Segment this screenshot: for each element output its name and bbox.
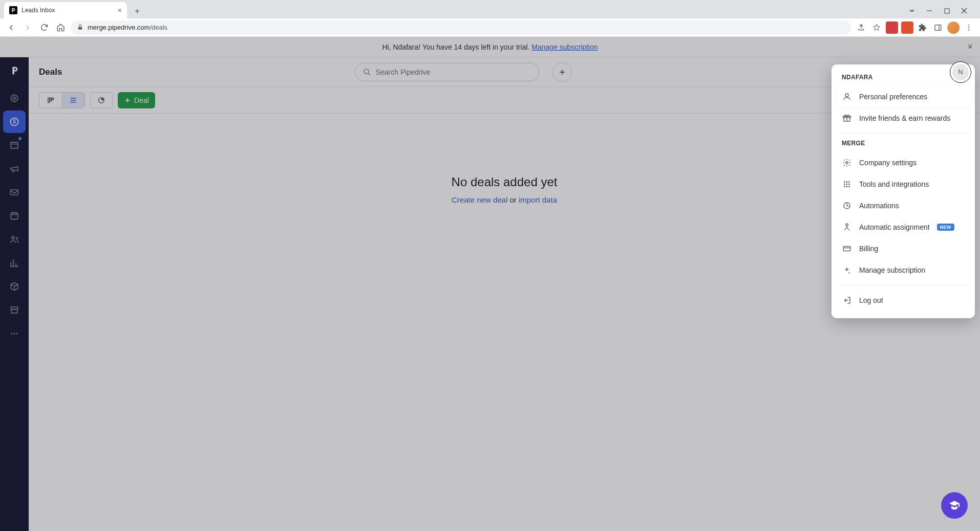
person-icon xyxy=(842,92,852,102)
trial-banner: Hi, Ndafara! You have 14 days left in yo… xyxy=(0,37,980,57)
manage-subscription-link[interactable]: Manage subscription xyxy=(531,43,598,51)
menu-personal-preferences[interactable]: Personal preferences xyxy=(836,86,971,107)
svg-point-20 xyxy=(845,94,848,97)
svg-rect-2 xyxy=(935,25,941,30)
card-icon xyxy=(842,244,852,254)
sidebar-products[interactable] xyxy=(3,275,26,298)
svg-point-23 xyxy=(844,181,845,183)
tab-favicon: P xyxy=(9,6,17,14)
user-avatar[interactable]: N xyxy=(951,63,970,81)
browser-tab[interactable]: P Leads Inbox × xyxy=(4,2,127,18)
menu-item-label: Tools and integrations xyxy=(859,180,929,188)
quick-add-button[interactable] xyxy=(552,62,572,82)
browser-profile-avatar[interactable] xyxy=(947,21,960,34)
menu-tools-integrations[interactable]: Tools and integrations xyxy=(832,173,975,195)
close-icon[interactable]: × xyxy=(967,41,973,52)
sidebar-mail[interactable] xyxy=(3,181,26,204)
view-toggle xyxy=(39,92,85,108)
menu-item-label: Automations xyxy=(859,202,899,210)
pipedrive-logo[interactable] xyxy=(4,60,25,81)
new-tab-button[interactable]: + xyxy=(130,4,144,18)
sidebar-more[interactable] xyxy=(3,322,26,345)
search-box[interactable] xyxy=(355,63,539,81)
menu-item-label: Invite friends & earn rewards xyxy=(859,114,950,122)
url-bar[interactable]: merge.pipedrive.com/deals xyxy=(71,20,851,35)
menu-company-settings[interactable]: Company settings xyxy=(832,152,975,173)
svg-point-26 xyxy=(844,184,845,185)
close-icon[interactable]: × xyxy=(118,6,122,14)
sidebar-campaigns[interactable] xyxy=(3,158,26,180)
menu-automatic-assignment[interactable]: Automatic assignment NEW xyxy=(832,216,975,238)
maximize-button[interactable] xyxy=(939,3,954,18)
sidebar-projects[interactable] xyxy=(3,134,26,157)
share-icon[interactable] xyxy=(855,21,867,34)
menu-section-header: MERGE xyxy=(832,138,975,152)
close-window-button[interactable] xyxy=(956,3,972,18)
svg-rect-37 xyxy=(52,98,54,100)
browser-nav-bar: merge.pipedrive.com/deals xyxy=(0,18,980,37)
svg-point-7 xyxy=(11,95,17,101)
sidebar-contacts[interactable] xyxy=(3,228,26,251)
lock-icon xyxy=(77,24,83,31)
divider xyxy=(840,133,967,134)
browser-tab-bar: P Leads Inbox × + xyxy=(0,0,980,18)
create-new-deal-link[interactable]: Create new deal xyxy=(452,195,507,204)
menu-billing[interactable]: Billing xyxy=(832,238,975,259)
pipeline-view-button[interactable] xyxy=(39,93,62,108)
gear-icon xyxy=(842,158,852,168)
plus-icon xyxy=(124,97,131,104)
sidebar-marketplace[interactable] xyxy=(3,299,26,321)
import-data-link[interactable]: import data xyxy=(519,195,557,204)
svg-point-5 xyxy=(968,27,969,28)
side-panel-icon[interactable] xyxy=(932,21,944,34)
svg-rect-1 xyxy=(78,27,82,30)
svg-rect-34 xyxy=(843,247,850,251)
menu-item-label: Company settings xyxy=(859,159,917,167)
menu-item-label: Log out xyxy=(859,296,883,304)
menu-manage-subscription[interactable]: Manage subscription xyxy=(832,259,975,281)
sidebar-insights[interactable] xyxy=(3,252,26,274)
menu-automations[interactable]: Automations xyxy=(832,195,975,216)
automation-icon xyxy=(842,201,852,211)
empty-state-subtitle: Create new deal or import data xyxy=(452,195,557,204)
side-nav: $ xyxy=(0,57,29,531)
sparkle-icon xyxy=(842,265,852,275)
svg-point-17 xyxy=(364,69,369,74)
reload-button[interactable] xyxy=(38,21,50,34)
home-button[interactable] xyxy=(54,21,67,34)
tab-title: Leads Inbox xyxy=(22,7,114,14)
kebab-menu-icon[interactable] xyxy=(963,21,975,34)
svg-point-22 xyxy=(846,162,848,164)
back-button[interactable] xyxy=(5,21,17,34)
svg-point-15 xyxy=(14,333,15,335)
list-view-button[interactable] xyxy=(62,93,84,108)
divider xyxy=(840,285,967,285)
sidebar-activities[interactable] xyxy=(3,205,26,227)
help-fab[interactable] xyxy=(941,492,968,519)
minimize-button[interactable] xyxy=(922,3,937,18)
logout-icon xyxy=(842,295,852,305)
svg-rect-11 xyxy=(11,190,18,195)
sidebar-leads[interactable] xyxy=(3,87,26,109)
bookmark-icon[interactable] xyxy=(870,21,883,34)
search-icon xyxy=(363,68,372,77)
menu-item-label: Manage subscription xyxy=(859,266,925,274)
chevron-down-icon[interactable] xyxy=(904,3,920,18)
banner-text: Hi, Ndafara! You have 14 days left in yo… xyxy=(382,43,529,51)
extensions-icon[interactable] xyxy=(917,21,929,34)
menu-invite-friends[interactable]: Invite friends & earn rewards xyxy=(832,107,975,129)
grid-icon xyxy=(842,179,852,189)
search-input[interactable] xyxy=(376,68,531,76)
svg-point-4 xyxy=(968,25,969,26)
user-menu: NDAFARA Personal preferences Invite frie… xyxy=(832,64,975,318)
forward-button[interactable] xyxy=(22,21,34,34)
menu-logout[interactable]: Log out xyxy=(832,290,975,311)
menu-item-label: Billing xyxy=(859,245,878,253)
sidebar-deals[interactable]: $ xyxy=(3,110,26,133)
assignment-icon xyxy=(842,222,852,232)
forecast-view-button[interactable] xyxy=(90,92,113,108)
extension-icon[interactable] xyxy=(901,21,913,34)
add-deal-button[interactable]: Deal xyxy=(118,92,155,108)
svg-point-33 xyxy=(846,224,848,226)
extension-icon[interactable] xyxy=(886,21,898,34)
